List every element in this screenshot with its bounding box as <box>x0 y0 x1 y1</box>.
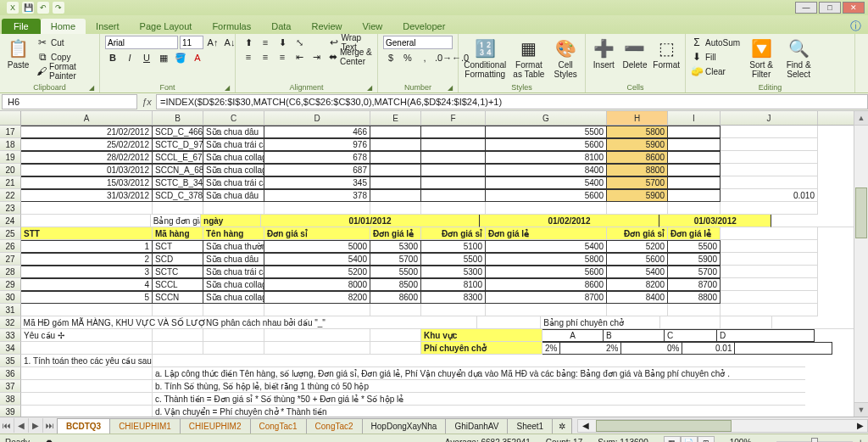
fx-icon[interactable]: ƒx <box>137 97 156 107</box>
paste-button[interactable]: 📋Paste <box>5 36 31 70</box>
cell[interactable]: 8600 <box>486 278 607 291</box>
autosum-button[interactable]: ΣAutoSum <box>691 36 740 49</box>
cell[interactable]: Sữa chua dâu <box>203 126 264 138</box>
cell[interactable] <box>721 164 818 176</box>
cell[interactable]: Mã hàng <box>153 227 203 240</box>
cell[interactable] <box>721 227 818 240</box>
cell[interactable]: 5200 <box>607 240 668 253</box>
cell[interactable]: SCD <box>153 253 203 266</box>
cell[interactable]: 8100 <box>421 278 486 291</box>
cell[interactable]: 5900 <box>607 189 668 202</box>
row-header[interactable]: 35 <box>0 355 21 367</box>
cell[interactable] <box>370 126 421 138</box>
cell[interactable] <box>486 304 607 316</box>
zoom-level[interactable]: 100% <box>730 438 752 442</box>
sheet-tab[interactable]: HopDongXayNha <box>362 418 447 434</box>
cell[interactable]: SCTC <box>153 266 203 278</box>
cell[interactable]: C <box>665 329 717 342</box>
align-left-icon[interactable]: ≡ <box>241 50 256 64</box>
cell[interactable] <box>721 240 818 253</box>
cell[interactable]: Đơn giá sỉ <box>264 227 370 240</box>
cell[interactable]: c. Thành tiền = Đơn giá sỉ * Số thùng *5… <box>153 393 805 406</box>
cell[interactable]: 687 <box>264 164 370 176</box>
font-family-select[interactable] <box>105 36 178 49</box>
borders-button[interactable]: ▦ <box>156 51 171 64</box>
cell[interactable]: 01/01/2012 <box>261 215 480 227</box>
increase-decimal-icon[interactable]: .0→ <box>434 51 449 64</box>
align-right-icon[interactable]: ≡ <box>275 50 290 64</box>
cell[interactable]: 5800 <box>607 126 668 138</box>
format-as-table-button[interactable]: ▦Format as Table <box>511 36 546 79</box>
cell[interactable]: ngày <box>201 215 261 227</box>
undo-qat-icon[interactable]: ↶ <box>37 2 49 14</box>
cell[interactable]: 5300 <box>370 240 421 253</box>
cell[interactable]: Mã HĐ gồm MÃ HÀNG, KHU VỰC VÀ SỐ LƯỢNG p… <box>21 316 478 329</box>
cell[interactable]: 378 <box>264 189 370 202</box>
cell[interactable] <box>21 342 153 355</box>
cell[interactable]: 345 <box>264 176 370 189</box>
col-header[interactable]: E <box>370 111 421 125</box>
dialog-launcher-icon[interactable]: ◢ <box>367 84 372 92</box>
row-header[interactable]: 20 <box>0 164 21 176</box>
cell[interactable] <box>660 316 721 329</box>
currency-icon[interactable]: $ <box>383 51 398 64</box>
normal-view-button[interactable]: ▦ <box>664 436 681 443</box>
col-header[interactable]: A <box>21 111 153 125</box>
col-header[interactable]: J <box>721 111 818 125</box>
cell[interactable] <box>721 176 818 189</box>
cell[interactable]: 5900 <box>668 253 721 266</box>
clear-button[interactable]: 🧽Clear <box>691 64 740 78</box>
cell[interactable]: 5500 <box>486 126 607 138</box>
cell[interactable]: Sữa chua trái cây <box>203 266 264 278</box>
row-header[interactable]: 34 <box>0 342 21 355</box>
cell[interactable]: Sữa chua trái cây <box>203 176 264 189</box>
align-center-icon[interactable]: ≡ <box>258 50 273 64</box>
formula-input[interactable]: =INDEX($D$26:$I$30,MATCH(C6,$C$26:$C$30,… <box>156 94 868 109</box>
cell[interactable]: 3 <box>21 266 153 278</box>
cell[interactable] <box>153 342 203 355</box>
dialog-launcher-icon[interactable]: ◢ <box>89 84 94 92</box>
cell[interactable] <box>421 126 486 138</box>
cell[interactable] <box>370 176 421 189</box>
dialog-launcher-icon[interactable]: ◢ <box>225 84 230 92</box>
cell[interactable]: Sữa chua thường <box>203 240 264 253</box>
cell[interactable]: SCD_C_466 <box>153 126 203 138</box>
cell[interactable]: 8400 <box>486 164 607 176</box>
cell[interactable]: SCD_C_378 <box>153 189 203 202</box>
cell[interactable]: 976 <box>264 138 370 151</box>
cell[interactable]: SCCL_E_678 <box>153 151 203 164</box>
cell[interactable] <box>421 304 486 316</box>
cell[interactable] <box>668 126 721 138</box>
align-top-icon[interactable]: ⬆ <box>241 36 256 49</box>
cell[interactable]: 5500 <box>421 253 486 266</box>
row-header[interactable]: 17 <box>0 126 21 138</box>
cell[interactable] <box>203 329 264 342</box>
cell[interactable]: 5400 <box>486 176 607 189</box>
italic-button[interactable]: I <box>122 51 137 64</box>
macro-record-icon[interactable]: ⏺ <box>45 438 53 442</box>
row-header[interactable]: 37 <box>0 380 21 393</box>
row-header[interactable]: 38 <box>0 393 21 406</box>
merge-center-button[interactable]: ⬌Merge & Center <box>329 50 372 64</box>
minimize-button[interactable]: — <box>795 2 817 14</box>
cell[interactable]: 5800 <box>486 253 607 266</box>
cell[interactable] <box>721 151 818 164</box>
format-cells-button[interactable]: ⬚Format <box>653 36 680 70</box>
cell[interactable]: Khu vực <box>421 329 542 342</box>
cell[interactable]: 5100 <box>421 240 486 253</box>
cell[interactable] <box>721 316 772 329</box>
percent-icon[interactable]: % <box>400 51 415 64</box>
page-layout-view-button[interactable]: 📄 <box>681 436 698 443</box>
cell[interactable] <box>370 329 421 342</box>
format-painter-button[interactable]: 🖌Format Painter <box>36 64 94 78</box>
maximize-button[interactable]: □ <box>819 2 841 14</box>
cell[interactable] <box>735 342 832 355</box>
sheet-nav-first-icon[interactable]: ⏮ <box>0 418 14 433</box>
cell[interactable] <box>21 380 153 393</box>
row-header[interactable]: 33 <box>0 329 21 342</box>
zoom-in-button[interactable]: + <box>858 438 863 442</box>
row-header[interactable]: 26 <box>0 240 21 253</box>
cell[interactable]: 5 <box>21 291 153 304</box>
cell[interactable]: 5700 <box>607 176 668 189</box>
col-header[interactable]: I <box>668 111 721 125</box>
